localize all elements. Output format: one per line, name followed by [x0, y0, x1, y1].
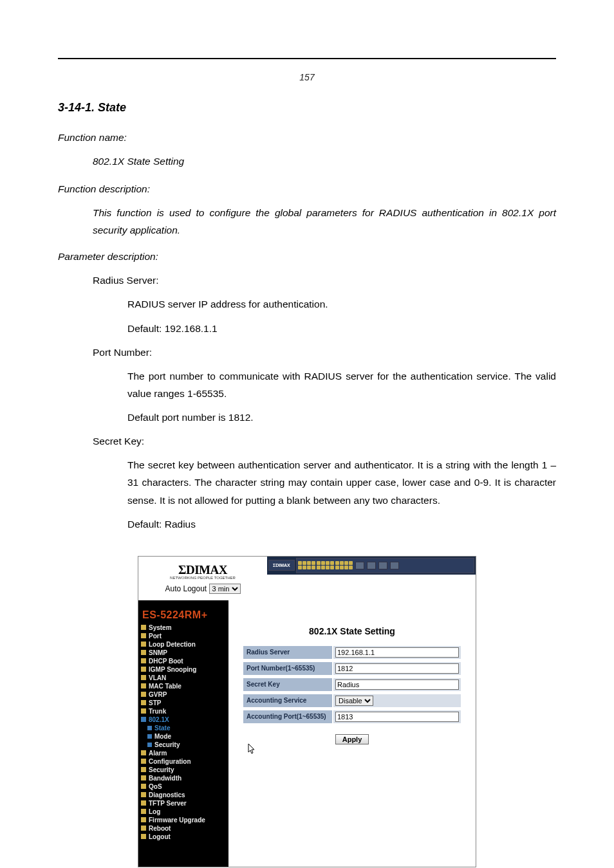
sidebar-item-mode[interactable]: Mode: [138, 732, 228, 741]
sidebar-item-label: TFTP Server: [149, 800, 187, 807]
auto-logout-select[interactable]: 3 min: [209, 584, 241, 594]
sidebar-item-label: Mode: [154, 733, 171, 740]
label-accounting-service: Accounting Service: [243, 694, 333, 708]
sidebar-item-label: MAC Table: [149, 683, 181, 690]
sidebar-item-tftp-server[interactable]: TFTP Server: [138, 799, 228, 808]
sidebar-item-label: Log: [149, 808, 160, 815]
sidebar-item-label: Firmware Upgrade: [149, 817, 205, 824]
param-radius-default: Default: 192.168.1.1: [127, 320, 556, 337]
sidebar-item-qos[interactable]: QoS: [138, 782, 228, 791]
sidebar-item-vlan[interactable]: VLAN: [138, 674, 228, 682]
sidebar-item-label: Diagnostics: [149, 791, 185, 799]
sidebar-item-port[interactable]: Port: [138, 632, 228, 640]
sidebar-item-label: Bandwidth: [149, 775, 181, 782]
sidebar-item-label: Trunk: [149, 708, 166, 715]
sidebar-item-label: 802.1X: [149, 716, 169, 723]
sidebar-item-bandwidth[interactable]: Bandwidth: [138, 774, 228, 782]
brand-logo: ΣDIMAX NETWORKING PEOPLE TOGETHER: [138, 557, 267, 582]
input-secret-key[interactable]: [335, 679, 459, 690]
sidebar-item-security[interactable]: Security: [138, 766, 228, 774]
bullet-icon: [141, 683, 146, 688]
page-number: 157: [58, 72, 556, 82]
sidebar-item-system[interactable]: System: [138, 623, 228, 632]
bullet-icon: [141, 642, 146, 647]
auto-logout-label: Auto Logout: [165, 584, 207, 593]
sidebar-item-label: VLAN: [149, 674, 166, 681]
parameter-label: Parameter description:: [58, 251, 158, 262]
sidebar-item-label: Loop Detection: [149, 641, 196, 648]
bullet-icon: [147, 743, 152, 747]
sidebar-item-label: STP: [149, 699, 161, 706]
sidebar: ES-5224RM+ SystemPortLoop DetectionSNMPD…: [138, 600, 228, 867]
sidebar-item-gvrp[interactable]: GVRP: [138, 690, 228, 699]
bullet-icon: [141, 708, 146, 714]
input-radius-server[interactable]: [335, 647, 459, 658]
apply-button[interactable]: Apply: [335, 734, 369, 744]
param-portnum-default: Default port number is 1812.: [127, 409, 556, 426]
model-name: ES-5224RM+: [138, 609, 228, 623]
cursor-icon: [248, 743, 257, 757]
bullet-icon: [141, 775, 146, 780]
port-status-panel: [296, 558, 474, 573]
panel-title: 802.1X State Setting: [243, 626, 461, 636]
sidebar-item-label: Security: [149, 766, 174, 773]
sidebar-item-loop-detection[interactable]: Loop Detection: [138, 640, 228, 649]
select-accounting-service[interactable]: Disable: [335, 696, 373, 706]
bullet-icon: [141, 675, 146, 680]
bullet-icon: [141, 750, 146, 755]
label-radius-server: Radius Server: [243, 645, 333, 660]
sidebar-item-label: State: [154, 725, 170, 732]
sidebar-item-label: System: [149, 624, 172, 631]
sidebar-item-802-1x[interactable]: 802.1X: [138, 716, 228, 724]
bullet-icon: [141, 817, 146, 822]
function-desc-label: Function description:: [58, 183, 150, 194]
sidebar-item-label: Configuration: [149, 758, 191, 765]
bullet-icon: [141, 658, 146, 663]
label-accounting-port: Accounting Port(1~65535): [243, 710, 333, 724]
sidebar-item-mac-table[interactable]: MAC Table: [138, 682, 228, 690]
sidebar-item-logout[interactable]: Logout: [138, 833, 228, 841]
bullet-icon: [147, 734, 152, 739]
sidebar-item-label: DHCP Boot: [149, 658, 183, 665]
sidebar-item-diagnostics[interactable]: Diagnostics: [138, 791, 228, 799]
sidebar-item-state[interactable]: State: [138, 724, 228, 732]
sidebar-item-snmp[interactable]: SNMP: [138, 649, 228, 657]
bullet-icon: [141, 834, 146, 839]
input-port-number[interactable]: [335, 663, 459, 674]
device-header-logo: ΣDIMAX: [268, 560, 295, 571]
sidebar-item-label: Port: [149, 633, 162, 640]
sidebar-item-stp[interactable]: STP: [138, 699, 228, 707]
param-radius-desc: RADIUS server IP address for authenticat…: [127, 295, 556, 313]
sidebar-item-label: QoS: [149, 783, 162, 790]
sidebar-item-firmware-upgrade[interactable]: Firmware Upgrade: [138, 816, 228, 824]
sidebar-item-label: Logout: [149, 833, 171, 840]
sidebar-item-label: Alarm: [149, 750, 167, 757]
bullet-icon: [141, 717, 146, 722]
param-portnum-desc: The port number to communicate with RADI…: [127, 367, 556, 402]
horizontal-rule: [58, 58, 556, 59]
label-secret-key: Secret Key: [243, 678, 333, 692]
admin-screenshot: ΣDIMAX NETWORKING PEOPLE TOGETHER Auto L…: [138, 556, 476, 867]
param-secret-default: Default: Radius: [127, 515, 556, 533]
bullet-icon: [147, 726, 152, 730]
param-secret-name: Secret Key:: [93, 432, 556, 450]
label-port-number: Port Number(1~65535): [243, 661, 333, 676]
sidebar-item-security[interactable]: Security: [138, 741, 228, 749]
sidebar-item-alarm[interactable]: Alarm: [138, 749, 228, 757]
bullet-icon: [141, 792, 146, 797]
sidebar-item-reboot[interactable]: Reboot: [138, 824, 228, 833]
bullet-icon: [141, 826, 146, 831]
sidebar-item-label: GVRP: [149, 691, 167, 698]
param-secret-desc: The secret key between authentication se…: [127, 456, 556, 508]
sidebar-item-trunk[interactable]: Trunk: [138, 707, 228, 716]
bullet-icon: [141, 650, 146, 655]
bullet-icon: [141, 809, 146, 814]
sidebar-item-configuration[interactable]: Configuration: [138, 757, 228, 766]
sidebar-item-dhcp-boot[interactable]: DHCP Boot: [138, 657, 228, 665]
sidebar-item-igmp-snooping[interactable]: IGMP Snooping: [138, 665, 228, 674]
function-desc: This function is used to configure the g…: [93, 204, 556, 239]
input-accounting-port[interactable]: [335, 712, 459, 722]
sidebar-item-log[interactable]: Log: [138, 808, 228, 816]
bullet-icon: [141, 700, 146, 705]
bullet-icon: [141, 767, 146, 772]
